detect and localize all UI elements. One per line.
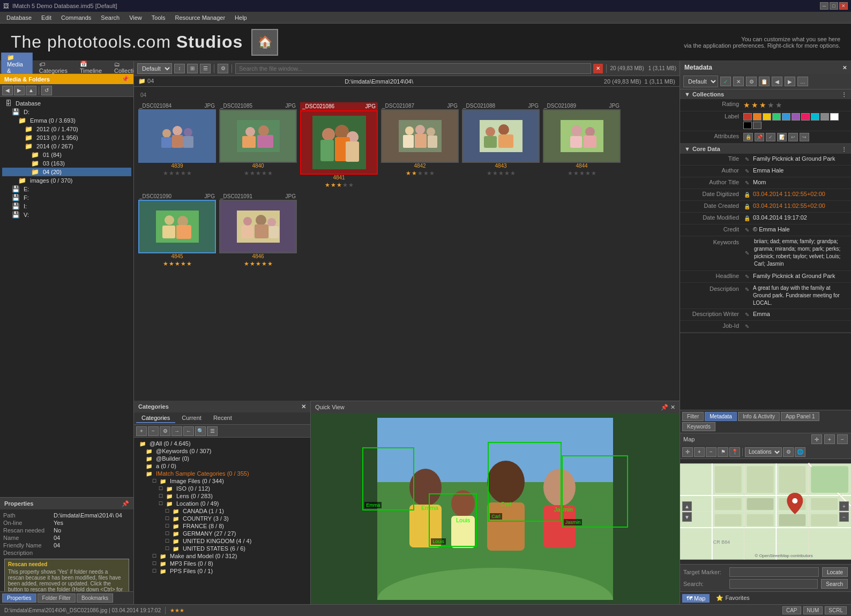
refresh-button[interactable]: ↺ bbox=[41, 86, 52, 95]
tree-item[interactable]: 📁Emma (0 / 3.693) bbox=[2, 116, 131, 125]
cats-tree-item[interactable]: ☐📁CANADA (1 / 1) bbox=[136, 507, 308, 515]
cats-tree-item[interactable]: 📁a (0 / 0) bbox=[136, 462, 308, 470]
thumbnail-item-selected[interactable]: _DSC021086JPG 4841 ★★★★★ bbox=[300, 102, 378, 190]
sort-button[interactable]: ↕ bbox=[174, 64, 185, 73]
cats-tree-item[interactable]: 📁@Builder (0) bbox=[136, 455, 308, 462]
cats-new-button[interactable]: + bbox=[136, 426, 147, 436]
cats-tree-item[interactable]: ☐📁ISO (0 / 112) bbox=[136, 485, 308, 492]
section-options-icon[interactable]: ⋮ bbox=[841, 92, 847, 97]
map-flag-icon[interactable]: ⚑ bbox=[718, 447, 728, 457]
cats-settings-button[interactable]: ☰ bbox=[207, 426, 218, 436]
map-zoom-out-btn[interactable]: − bbox=[706, 447, 716, 457]
close-button[interactable]: ✕ bbox=[839, 2, 848, 10]
map-tab-favorites[interactable]: ⭐ Favorites bbox=[712, 594, 753, 603]
meta-tab-keywords[interactable]: Keywords bbox=[682, 422, 715, 431]
core-data-options[interactable]: ⋮ bbox=[841, 146, 847, 152]
meta-settings-button[interactable]: ⚙ bbox=[746, 77, 757, 86]
map-zoom-in-side[interactable]: + bbox=[839, 501, 849, 511]
cats-tree-item[interactable]: 📁@All (0 / 4.645) bbox=[136, 440, 308, 447]
props-tab-bookmarks[interactable]: Bookmarks bbox=[77, 594, 113, 603]
tree-item[interactable]: 💾D: bbox=[2, 108, 131, 116]
quickview-close-icon[interactable]: ✕ bbox=[670, 404, 675, 411]
cats-filter-button[interactable]: 🔍 bbox=[195, 426, 206, 436]
label-gray[interactable] bbox=[820, 113, 829, 121]
map-search-button[interactable]: Search bbox=[821, 579, 848, 589]
thumbnail-item[interactable]: _DSC021084JPG 4839 ★★★★★ bbox=[138, 102, 216, 190]
label-cyan[interactable] bbox=[811, 113, 819, 121]
star-5[interactable]: ★ bbox=[775, 101, 782, 109]
tab-timeline[interactable]: 📅 Timeline bbox=[74, 59, 108, 76]
tree-item[interactable]: 💾F: bbox=[2, 193, 131, 202]
list-view-button[interactable]: ☰ bbox=[200, 64, 211, 73]
maximize-button[interactable]: □ bbox=[830, 2, 838, 10]
tree-item[interactable]: 📁images (0 / 370) bbox=[2, 176, 131, 185]
minimize-button[interactable]: ─ bbox=[820, 2, 828, 10]
tree-item[interactable]: 💾E: bbox=[2, 185, 131, 193]
meta-apply-button[interactable]: ✓ bbox=[720, 77, 731, 86]
meta-tab-app-panel[interactable]: App Panel 1 bbox=[781, 412, 820, 421]
attr-undo[interactable]: ↩ bbox=[788, 133, 798, 141]
star-2[interactable]: ★ bbox=[751, 101, 758, 109]
grid-view-button[interactable]: ⊞ bbox=[187, 64, 198, 73]
label-purple[interactable] bbox=[792, 113, 800, 121]
tab-categories[interactable]: 🏷 Categories bbox=[33, 59, 73, 76]
rating-stars[interactable]: ★ ★ ★ ★ ★ bbox=[743, 101, 782, 109]
cats-tab-current[interactable]: Current bbox=[176, 414, 207, 423]
pin-icon[interactable]: 📌 bbox=[122, 76, 129, 82]
menu-edit[interactable]: Edit bbox=[37, 13, 56, 22]
file-search-input[interactable] bbox=[235, 63, 591, 74]
map-search-input[interactable] bbox=[729, 579, 818, 589]
core-data-header[interactable]: ▼ Core Data ⋮ bbox=[680, 144, 851, 154]
star-4[interactable]: ★ bbox=[767, 101, 774, 109]
tree-item[interactable]: 💾I: bbox=[2, 202, 131, 211]
cats-tree-item[interactable]: ☐📁UNITED KINGDOM (4 / 4) bbox=[136, 537, 308, 545]
meta-copy-button[interactable]: 📋 bbox=[759, 77, 770, 86]
props-tab-folder-filter[interactable]: Folder Filter bbox=[38, 594, 76, 603]
thumb-image-selected[interactable] bbox=[300, 110, 378, 175]
map-nav-icon[interactable]: ✛ bbox=[811, 434, 822, 444]
props-tab-properties[interactable]: Properties bbox=[2, 594, 36, 603]
cats-tree-item[interactable]: ☐📁Image Files (0 / 344) bbox=[136, 477, 308, 485]
properties-pin-icon[interactable]: 📌 bbox=[122, 500, 129, 507]
thumb-image[interactable] bbox=[138, 109, 216, 163]
meta-more-button[interactable]: … bbox=[797, 77, 808, 86]
map-crosshair-icon[interactable]: ✛ bbox=[682, 447, 693, 457]
thumb-image[interactable] bbox=[219, 109, 297, 163]
meta-tab-filter[interactable]: Filter bbox=[682, 412, 704, 421]
map-zoom-in[interactable]: + bbox=[824, 434, 835, 444]
thumbnail-item[interactable]: _DSC021091JPG 4846 ★★★★★ bbox=[219, 193, 297, 268]
cats-tree-item[interactable]: ☐📁UNITED STATES (6 / 6) bbox=[136, 545, 308, 552]
label-black[interactable] bbox=[743, 122, 752, 129]
meta-cancel-button[interactable]: ✕ bbox=[733, 77, 744, 86]
thumb-image[interactable] bbox=[219, 200, 297, 253]
up-button[interactable]: ▲ bbox=[26, 86, 36, 95]
cats-tree-item[interactable]: 📁@Keywords (0 / 307) bbox=[136, 447, 308, 455]
map-tab-map[interactable]: 🗺 Map bbox=[682, 594, 710, 603]
tree-item[interactable]: 📁01 (84) bbox=[2, 151, 131, 159]
label-darkgray[interactable] bbox=[753, 122, 762, 129]
view-select[interactable]: Default bbox=[137, 63, 172, 74]
thumb-image[interactable] bbox=[138, 200, 216, 253]
meta-nav-next[interactable]: ▶ bbox=[785, 77, 795, 86]
attr-check[interactable]: ✓ bbox=[766, 133, 775, 141]
tree-item[interactable]: 📁2013 (0 / 1.956) bbox=[2, 133, 131, 142]
back-button[interactable]: ◀ bbox=[2, 86, 13, 95]
thumb-image[interactable] bbox=[462, 109, 540, 163]
menu-tools[interactable]: Tools bbox=[147, 13, 170, 22]
cats-delete-button[interactable]: − bbox=[148, 426, 159, 436]
map-pin-icon[interactable]: 📍 bbox=[729, 447, 740, 457]
map-up-btn[interactable]: ▲ bbox=[682, 501, 692, 511]
meta-tab-info[interactable]: Info & Activity bbox=[738, 412, 780, 421]
cats-properties-button[interactable]: ⚙ bbox=[160, 426, 170, 436]
tree-item[interactable]: 📁2012 (0 / 1.470) bbox=[2, 125, 131, 133]
thumbnail-item[interactable]: _DSC021090JPG 4845 ★★★★★ bbox=[138, 193, 216, 268]
attr-lock[interactable]: 🔒 bbox=[743, 133, 753, 141]
label-pink[interactable] bbox=[801, 113, 810, 121]
cats-tab-categories[interactable]: Categories bbox=[136, 414, 175, 423]
thumbnail-item[interactable]: _DSC021087JPG 4842 ★★★★★ bbox=[381, 102, 459, 190]
cats-remove-button[interactable]: ← bbox=[183, 426, 194, 436]
map-down-btn[interactable]: ▼ bbox=[682, 512, 692, 522]
thumb-image[interactable] bbox=[381, 109, 459, 163]
attr-redo[interactable]: ↪ bbox=[800, 133, 809, 141]
view-options-button[interactable]: ⚙ bbox=[218, 64, 228, 73]
